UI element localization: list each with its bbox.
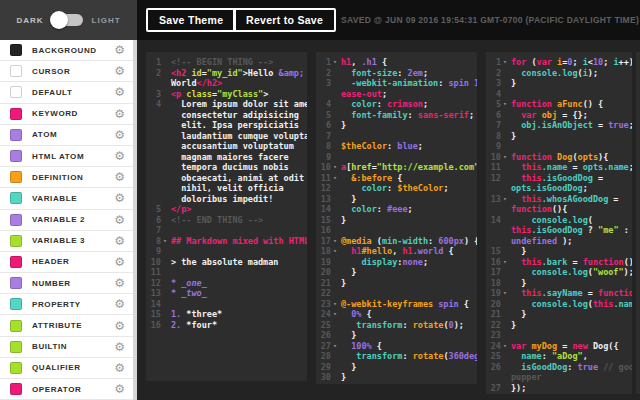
gear-icon[interactable]: ⚙ [114,214,125,226]
fold-marker-icon[interactable]: ▾ [501,99,509,110]
sidebar-item-operator[interactable]: OPERATOR⚙ [0,379,137,400]
fold-gutter [161,225,169,236]
gear-icon[interactable]: ⚙ [114,298,125,310]
code-panel-javascript[interactable]: 1▾for (var i=0; i<10; i++) {2 console.lo… [486,52,632,394]
sidebar-item-variable-2[interactable]: VARIABLE 2⚙ [0,210,137,231]
sidebar-item-keyword[interactable]: KEYWORD⚙ [0,104,137,125]
fold-marker-icon[interactable]: ▾ [501,57,509,68]
code-line: 6<!-- END THING --> [146,215,307,226]
gear-icon[interactable]: ⚙ [114,341,125,353]
code-text: * _two_ [169,288,207,299]
line-number: 13 [146,288,161,299]
code-line: 23 [486,330,632,341]
fold-gutter [501,89,509,100]
fold-marker-icon[interactable]: ▾ [501,257,509,268]
sidebar-item-variable-3[interactable]: VARIABLE 3⚙ [0,231,137,252]
code-text [339,288,341,299]
sidebar-item-default[interactable]: DEFAULT⚙ [0,82,137,103]
fold-gutter [501,351,509,362]
fold-gutter [331,99,339,110]
gear-icon[interactable]: ⚙ [114,277,125,289]
code-text: console.log(this.name); [509,299,632,310]
gear-icon[interactable]: ⚙ [114,150,125,162]
color-swatch [10,298,22,310]
gear-icon[interactable]: ⚙ [114,320,125,332]
sidebar-item-header[interactable]: HEADER⚙ [0,252,137,273]
gear-icon[interactable]: ⚙ [114,383,125,395]
fold-marker-icon[interactable]: ▾ [501,152,509,163]
code-text: this.whosAGoodDog = [509,194,619,205]
line-number: 25 [316,320,331,331]
code-line: doloribus impedit! [146,194,307,205]
code-panel-css[interactable]: 1▾h1, .h1 {2 font-size: 2em;3 -webkit-an… [316,52,477,384]
code-text: * _one_ [169,278,207,289]
fold-marker-icon[interactable]: ▾ [331,299,339,310]
code-line: 24▾var myDog = new Dog({ [486,341,632,352]
line-number [146,183,161,194]
fold-gutter [161,110,169,121]
code-text: 1. *three* [169,309,222,320]
sidebar-item-variable[interactable]: VARIABLE⚙ [0,188,137,209]
line-number: 20 [486,299,501,310]
saved-status: SAVED @ JUN 09 2016 19:54:31 GMT-0700 (P… [341,0,639,40]
fold-marker-icon[interactable]: ▾ [331,57,339,68]
code-panel-html-markdown[interactable]: 1<!-- BEGIN THING -->2<h2 id="my_id">Hel… [146,52,307,381]
code-line: 27}); [486,383,632,394]
code-text: h1, .h1 { [339,57,387,68]
fold-marker-icon[interactable]: ▾ [331,309,339,320]
code-text [339,131,341,142]
line-number: 12 [486,173,501,184]
sidebar-item-html-atom[interactable]: HTML ATOM⚙ [0,146,137,167]
gear-icon[interactable]: ⚙ [114,108,125,120]
gear-icon[interactable]: ⚙ [114,129,125,141]
sidebar-item-background[interactable]: BACKGROUND⚙ [0,40,137,61]
topbar: DARK LIGHT Save Theme Revert to Save SAV… [0,0,640,40]
gear-icon[interactable]: ⚙ [114,44,125,56]
fold-marker-icon[interactable]: ▾ [331,173,339,184]
sidebar-item-property[interactable]: PROPERTY⚙ [0,294,137,315]
sidebar-item-atom[interactable]: ATOM⚙ [0,125,137,146]
fold-gutter [331,194,339,205]
gear-icon[interactable]: ⚙ [114,256,125,268]
fold-marker-icon[interactable]: ▾ [161,236,169,247]
sidebar-item-qualifier[interactable]: QUALIFIER⚙ [0,358,137,379]
sidebar-item-cursor[interactable]: CURSOR⚙ [0,61,137,82]
gear-icon[interactable]: ⚙ [114,235,125,247]
fold-gutter [161,299,169,310]
fold-marker-icon[interactable]: ▾ [331,236,339,247]
gear-icon[interactable]: ⚙ [114,86,125,98]
color-swatch [10,235,22,247]
fold-marker-icon[interactable]: ▾ [331,246,339,257]
sidebar-item-builtin[interactable]: BUILTIN⚙ [0,337,137,358]
line-number: 15 [486,246,501,257]
token-label: HTML ATOM [32,152,84,161]
fold-marker-icon[interactable]: ▾ [501,341,509,352]
gear-icon[interactable]: ⚙ [114,171,125,183]
code-text [169,225,171,236]
dark-light-toggle[interactable] [53,14,83,26]
revert-to-save-button[interactable]: Revert to Save [233,8,336,32]
sidebar-item-attribute[interactable]: ATTRIBUTE⚙ [0,315,137,336]
fold-gutter [161,152,169,163]
code-line: 24▾ 0% { [316,309,477,320]
line-number: 13 [486,194,501,205]
fold-marker-icon[interactable]: ▾ [501,194,509,205]
color-swatch [10,108,22,120]
color-swatch [10,65,22,77]
sidebar-item-definition[interactable]: DEFINITION⚙ [0,167,137,188]
fold-gutter [501,173,509,184]
fold-gutter [331,288,339,299]
fold-gutter [501,267,509,278]
gear-icon[interactable]: ⚙ [114,362,125,374]
sidebar-item-number[interactable]: NUMBER⚙ [0,273,137,294]
code-line: 8$theColor: blue; [316,141,477,152]
fold-marker-icon[interactable]: ▾ [331,162,339,173]
gear-icon[interactable]: ⚙ [114,65,125,77]
save-theme-button[interactable]: Save Theme [146,8,236,32]
fold-marker-icon[interactable]: ▾ [501,288,509,299]
code-line: 27▾ 100% { [316,341,477,352]
gear-icon[interactable]: ⚙ [114,192,125,204]
code-text: } [339,278,346,289]
fold-marker-icon[interactable]: ▾ [331,341,339,352]
line-number: 1 [146,57,161,68]
